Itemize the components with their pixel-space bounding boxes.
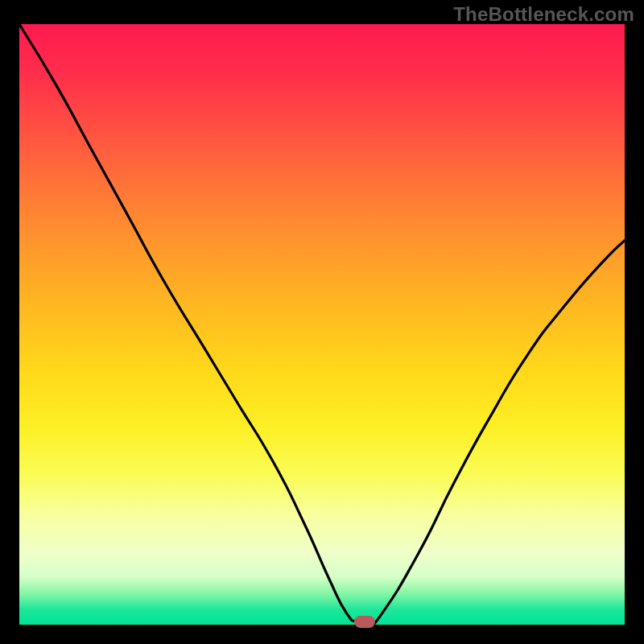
- minimum-marker: [354, 616, 375, 628]
- chart-frame: TheBottleneck.com: [0, 0, 644, 644]
- bottleneck-curve-path: [19, 24, 625, 624]
- plot-area: [19, 24, 625, 625]
- bottleneck-curve-svg: [19, 24, 625, 625]
- watermark-text: TheBottleneck.com: [453, 3, 634, 26]
